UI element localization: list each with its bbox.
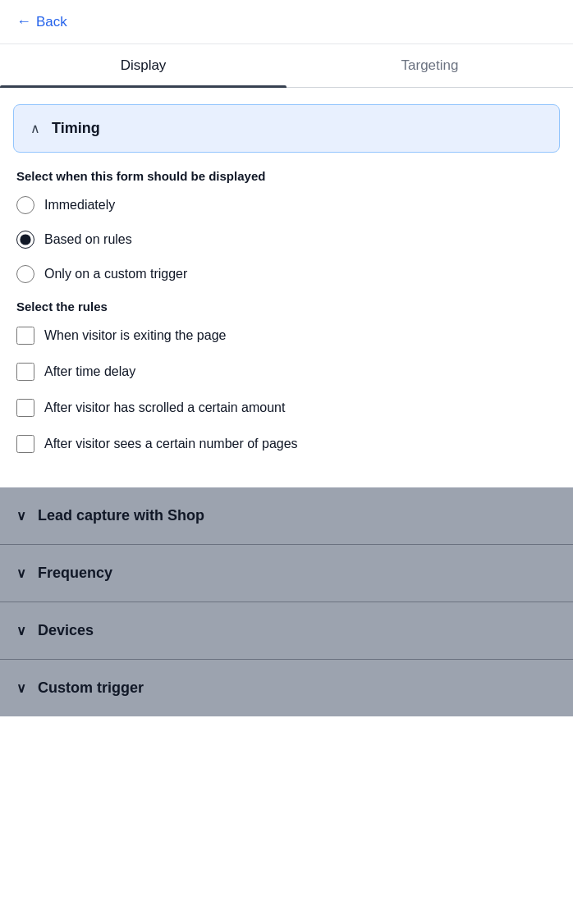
frequency-chevron-icon: ∨ [16,565,26,581]
timing-section-title: Timing [52,120,100,137]
checkbox-time-delay-input[interactable] [16,363,34,381]
custom-trigger-section[interactable]: ∨ Custom trigger [0,660,573,716]
radio-custom-trigger-input[interactable] [16,265,34,283]
devices-section[interactable]: ∨ Devices [0,602,573,660]
checkbox-exit-input[interactable] [16,327,34,345]
back-arrow-icon: ← [16,13,31,30]
timing-chevron-up-icon: ∧ [30,121,40,136]
radio-based-on-rules-label: Based on rules [44,232,132,247]
tab-targeting[interactable]: Targeting [286,44,573,87]
frequency-section[interactable]: ∨ Frequency [0,545,573,602]
devices-chevron-icon: ∨ [16,623,26,638]
custom-trigger-label: Custom trigger [38,679,144,697]
checkbox-pages[interactable]: After visitor sees a certain number of p… [16,435,557,453]
lead-capture-chevron-icon: ∨ [16,508,26,524]
frequency-label: Frequency [38,565,112,582]
back-label: Back [36,14,67,30]
checkbox-time-delay-label: After time delay [44,364,135,379]
collapsed-sections: ∨ Lead capture with Shop ∨ Frequency ∨ D… [0,487,573,716]
radio-based-on-rules-input[interactable] [16,231,34,249]
radio-immediately-label: Immediately [44,198,115,213]
checkbox-exit[interactable]: When visitor is exiting the page [16,327,557,345]
custom-trigger-chevron-icon: ∨ [16,680,26,696]
tab-bar: Display Targeting [0,44,573,88]
timing-section-body: Select when this form should be displaye… [0,153,573,479]
checkbox-pages-input[interactable] [16,435,34,453]
lead-capture-label: Lead capture with Shop [38,507,204,524]
tab-display[interactable]: Display [0,44,286,87]
checkbox-exit-label: When visitor is exiting the page [44,328,226,343]
rules-prompt: Select the rules [16,300,557,313]
checkbox-pages-label: After visitor sees a certain number of p… [44,437,298,451]
radio-immediately-input[interactable] [16,196,34,214]
devices-label: Devices [38,622,94,639]
checkbox-scroll-input[interactable] [16,399,34,417]
radio-custom-trigger[interactable]: Only on a custom trigger [16,265,557,283]
header: ← Back [0,0,573,44]
timing-section-header[interactable]: ∧ Timing [13,104,560,153]
radio-based-on-rules[interactable]: Based on rules [16,231,557,249]
display-prompt: Select when this form should be displaye… [16,169,557,183]
checkbox-scroll[interactable]: After visitor has scrolled a certain amo… [16,399,557,417]
checkbox-scroll-label: After visitor has scrolled a certain amo… [44,400,285,415]
back-button[interactable]: ← Back [16,13,557,30]
checkbox-time-delay[interactable]: After time delay [16,363,557,381]
radio-immediately[interactable]: Immediately [16,196,557,214]
main-content: ∧ Timing Select when this form should be… [0,88,573,733]
radio-custom-trigger-label: Only on a custom trigger [44,267,187,281]
lead-capture-section[interactable]: ∨ Lead capture with Shop [0,487,573,545]
